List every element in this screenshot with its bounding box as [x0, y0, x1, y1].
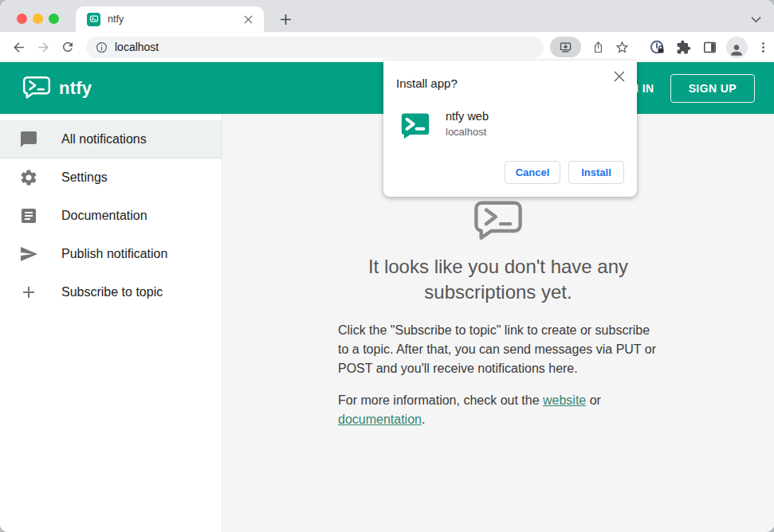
password-manager-extension-icon[interactable]	[647, 37, 668, 57]
menu-dots-icon[interactable]	[753, 37, 774, 57]
site-info-icon[interactable]	[96, 41, 108, 53]
sidebar-item-documentation[interactable]: Documentation	[0, 197, 222, 235]
window-minimize-button[interactable]	[33, 14, 43, 24]
install-app-dialog: Install app? ntfy web localhost Cancel I…	[383, 61, 637, 197]
sidebar-item-label: Settings	[61, 170, 108, 185]
extensions-area	[647, 37, 774, 58]
window-zoom-button[interactable]	[49, 14, 59, 24]
sidebar-item-subscribe-to-topic[interactable]: Subscribe to topic	[0, 273, 222, 311]
sidebar-item-label: Publish notification	[61, 247, 167, 261]
share-icon[interactable]	[587, 37, 609, 57]
side-panel-icon[interactable]	[700, 37, 721, 57]
install-button[interactable]: Install	[568, 161, 624, 184]
sidebar-item-settings[interactable]: Settings	[0, 158, 222, 197]
bookmark-star-icon[interactable]	[611, 37, 633, 57]
article-icon	[19, 206, 38, 225]
window-close-button[interactable]	[17, 14, 27, 24]
reload-icon[interactable]	[57, 37, 78, 57]
gear-icon	[19, 168, 38, 187]
sign-up-button[interactable]: SIGN UP	[670, 74, 755, 103]
dialog-actions: Cancel Install	[505, 161, 624, 184]
documentation-link[interactable]: documentation	[338, 413, 422, 426]
empty-state-more-info: For more information, check out the webs…	[338, 391, 658, 429]
cancel-button[interactable]: Cancel	[505, 161, 560, 184]
browser-window: ntfy	[0, 0, 774, 532]
dialog-app-row: ntfy web localhost	[396, 109, 624, 141]
tab-title: ntfy	[108, 14, 242, 25]
browser-tab[interactable]: ntfy	[76, 6, 264, 32]
tab-list-chevron-icon[interactable]	[748, 13, 763, 25]
empty-state-paragraph: Click the "Subscribe to topic" link to c…	[338, 321, 658, 378]
install-app-button[interactable]	[550, 37, 582, 57]
brand-name: ntfy	[59, 78, 92, 99]
dialog-app-origin: localhost	[446, 126, 489, 138]
plus-icon	[19, 283, 38, 302]
chat-bubble-icon	[19, 130, 38, 149]
sidebar-item-label: Documentation	[61, 209, 147, 223]
address-bar[interactable]: localhost	[86, 37, 544, 58]
sidebar-item-label: All notifications	[61, 132, 147, 147]
dialog-title: Install app?	[396, 76, 624, 90]
sidebar-item-label: Subscribe to topic	[61, 285, 163, 299]
empty-state-heading: It looks like you don't have any subscri…	[331, 254, 666, 305]
ntfy-favicon	[87, 13, 100, 26]
send-icon	[19, 244, 38, 264]
tab-strip: ntfy	[0, 0, 774, 32]
ntfy-logo-large-icon	[472, 200, 525, 243]
empty-state: It looks like you don't have any subscri…	[327, 200, 670, 429]
ntfy-app-icon	[399, 109, 431, 141]
profile-avatar-icon[interactable]	[726, 37, 748, 58]
browser-toolbar: localhost	[0, 32, 774, 62]
website-link[interactable]: website	[543, 393, 586, 407]
address-url: localhost	[115, 41, 159, 53]
forward-icon[interactable]	[33, 37, 53, 57]
back-icon[interactable]	[8, 37, 29, 57]
new-tab-button[interactable]	[277, 10, 294, 28]
sidebar-item-all-notifications[interactable]: All notifications	[0, 120, 222, 158]
sidebar: All notifications Settings	[0, 114, 222, 532]
dialog-close-icon[interactable]	[611, 68, 627, 84]
ntfy-logo-icon	[22, 76, 51, 100]
sidebar-item-publish-notification[interactable]: Publish notification	[0, 235, 222, 273]
tab-close-icon[interactable]	[242, 13, 254, 25]
dialog-app-name: ntfy web	[446, 110, 489, 123]
traffic-lights	[17, 14, 59, 24]
extensions-puzzle-icon[interactable]	[674, 37, 694, 57]
